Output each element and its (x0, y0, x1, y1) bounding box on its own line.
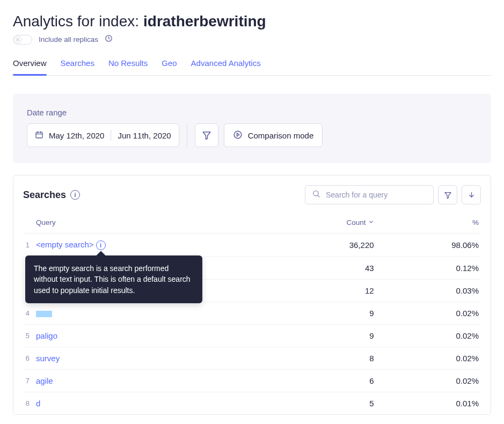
tab-advanced-analytics[interactable]: Advanced Analytics (191, 54, 261, 75)
date-controls-row: May 12th, 2020 Jun 11th, 2020 Comparison… (27, 123, 477, 147)
row-index: 1 (23, 233, 34, 257)
tab-no-results[interactable]: No Results (108, 54, 148, 75)
filter-small-button[interactable] (438, 185, 457, 204)
row-pct: 0.02% (383, 302, 481, 325)
row-count: 6 (264, 370, 382, 392)
download-button[interactable] (462, 185, 481, 204)
svg-line-11 (318, 195, 319, 197)
table-row[interactable]: 5paligo90.02% (23, 325, 481, 347)
date-end: Jun 11th, 2020 (118, 131, 171, 140)
chevron-down-icon (368, 218, 374, 226)
col-count[interactable]: Count (264, 212, 382, 233)
date-range-label: Date range (27, 108, 477, 117)
row-count: 12 (264, 280, 382, 302)
divider (187, 123, 187, 147)
info-icon[interactable]: i (70, 190, 80, 200)
col-query: Query (34, 212, 264, 233)
include-replicas-label: Include all replicas (39, 35, 98, 43)
date-divider (111, 130, 111, 141)
table-row[interactable]: 8d50.01% (23, 392, 481, 415)
title-prefix: Analytics for index: (13, 13, 139, 30)
card-header: Searches i (23, 185, 481, 204)
query-text: survey (36, 354, 60, 363)
index-name: idratherbewriting (143, 13, 266, 30)
table-row[interactable]: 6survey80.02% (23, 347, 481, 370)
tab-searches[interactable]: Searches (61, 54, 94, 75)
row-query[interactable]: agile (34, 370, 264, 392)
row-query[interactable]: <empty search>i (34, 233, 264, 257)
subheader: Include all replicas (13, 34, 491, 45)
svg-marker-7 (203, 132, 210, 140)
history-icon[interactable] (105, 34, 113, 45)
table-row[interactable]: 490.02% (23, 302, 481, 325)
row-index: 6 (23, 347, 34, 370)
card-actions (305, 185, 481, 204)
row-count: 9 (264, 325, 382, 347)
row-index: 4 (23, 302, 34, 325)
redacted-query (36, 311, 52, 317)
date-start: May 12th, 2020 (49, 131, 104, 140)
row-count: 8 (264, 347, 382, 370)
row-count: 43 (264, 257, 382, 280)
comparison-mode-label: Comparison mode (248, 131, 314, 140)
query-text: agile (36, 376, 53, 385)
row-count: 9 (264, 302, 382, 325)
row-query[interactable] (34, 302, 264, 325)
svg-rect-3 (36, 132, 42, 138)
query-text: d (36, 399, 40, 408)
date-range-panel: Date range May 12th, 2020 Jun 11th, 2020… (13, 94, 491, 163)
searches-card: Searches i Query (13, 175, 491, 415)
row-count: 5 (264, 392, 382, 415)
query-search-wrap (305, 185, 434, 204)
row-index: 7 (23, 370, 34, 392)
table-row[interactable]: 7agile60.02% (23, 370, 481, 392)
row-count: 36,220 (264, 233, 382, 257)
page-title: Analytics for index: idratherbewriting (13, 13, 491, 30)
query-text: <empty search> (36, 240, 94, 249)
row-query[interactable]: survey (34, 347, 264, 370)
card-title-text: Searches (23, 189, 66, 201)
row-index: 5 (23, 325, 34, 347)
card-title: Searches i (23, 189, 80, 201)
row-index: 8 (23, 392, 34, 415)
query-search-input[interactable] (326, 191, 427, 199)
row-pct: 0.01% (383, 392, 481, 415)
play-circle-icon (233, 130, 243, 141)
toggle-knob (14, 36, 21, 43)
row-pct: 0.12% (383, 257, 481, 280)
row-query[interactable]: paligo (34, 325, 264, 347)
tab-geo[interactable]: Geo (162, 54, 177, 75)
row-pct: 98.06% (383, 233, 481, 257)
filter-button[interactable] (195, 123, 218, 147)
comparison-mode-button[interactable]: Comparison mode (224, 123, 323, 147)
searches-table: Query Count % 1<empty search>i36,22098.0… (23, 212, 481, 414)
info-icon[interactable]: i (96, 240, 106, 250)
table-row[interactable]: 1<empty search>i36,22098.06% (23, 233, 481, 257)
row-query[interactable]: d (34, 392, 264, 415)
row-pct: 0.02% (383, 325, 481, 347)
query-text: paligo (36, 331, 57, 340)
row-pct: 0.03% (383, 280, 481, 302)
date-range-picker[interactable]: May 12th, 2020 Jun 11th, 2020 (27, 123, 179, 147)
svg-marker-12 (444, 192, 450, 198)
row-pct: 0.02% (383, 347, 481, 370)
row-pct: 0.02% (383, 370, 481, 392)
empty-search-tooltip: The empty search is a search performed w… (25, 255, 202, 303)
tab-overview[interactable]: Overview (13, 54, 47, 75)
search-icon (312, 189, 320, 200)
col-pct: % (383, 212, 481, 233)
svg-point-8 (234, 131, 242, 138)
tabs: Overview Searches No Results Geo Advance… (13, 54, 491, 76)
calendar-icon (35, 130, 43, 141)
include-replicas-toggle[interactable] (13, 35, 32, 45)
svg-marker-9 (237, 133, 239, 136)
